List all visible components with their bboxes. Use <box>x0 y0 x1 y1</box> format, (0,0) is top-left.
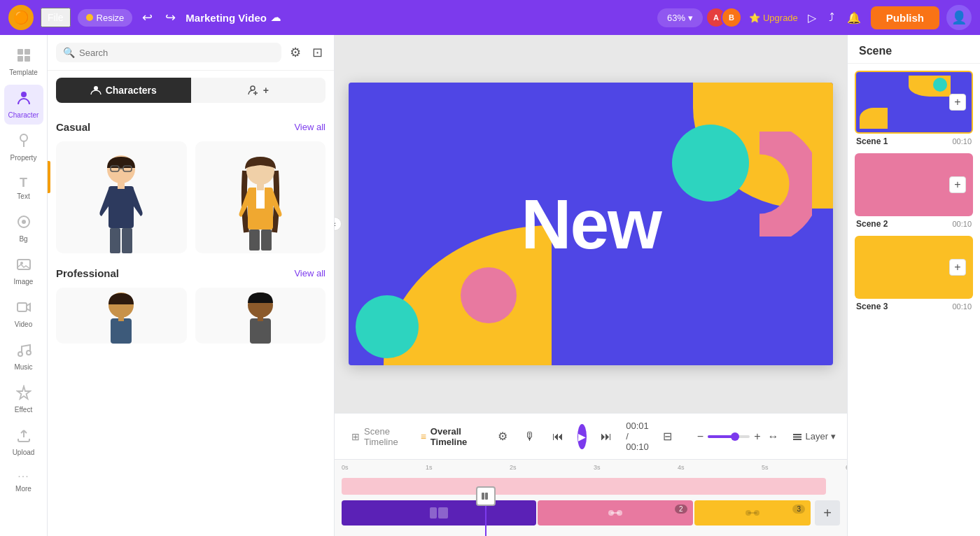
microphone-button[interactable]: 🎙 <box>522 428 538 446</box>
profile-avatar[interactable]: 👤 <box>946 5 972 30</box>
track-add-button[interactable]: + <box>815 500 840 526</box>
preview-play-button[interactable]: ▷ <box>805 8 819 27</box>
scene2-link-icon <box>608 507 623 519</box>
notification-bell[interactable]: 🔔 <box>844 8 864 27</box>
svg-rect-22 <box>108 186 134 228</box>
sidebar-item-more[interactable]: ··· More <box>4 465 43 498</box>
svg-rect-24 <box>110 228 120 253</box>
sidebar-item-template[interactable]: Template <box>4 42 43 82</box>
svg-rect-40 <box>793 439 802 440</box>
scene-thumb-2[interactable]: + <box>855 153 973 216</box>
teal-small-shape <box>356 295 419 358</box>
sidebar-item-label: Effect <box>15 406 32 414</box>
canvas-frame[interactable]: New <box>349 83 833 365</box>
svg-rect-30 <box>249 230 260 251</box>
scene-card-3: + Scene 3 00:10 <box>855 236 973 311</box>
svg-point-12 <box>18 352 22 356</box>
scene3-info: Scene 3 00:10 <box>855 302 973 311</box>
character-svg-4 <box>232 288 288 344</box>
characters-tab-button[interactable]: Characters <box>56 78 191 103</box>
character-card-1[interactable] <box>56 141 187 253</box>
casual-view-all-button[interactable]: View all <box>294 122 326 132</box>
character-svg-1 <box>79 148 163 253</box>
character-card-4[interactable] <box>195 288 326 344</box>
zoom-out-button[interactable]: − <box>697 430 704 443</box>
add-character-tab-button[interactable]: + <box>191 78 326 103</box>
casual-section-header: Casual View all <box>56 121 326 133</box>
canvas-main-text: New <box>521 184 661 265</box>
add-person-icon <box>248 85 259 96</box>
zoom-slider[interactable] <box>708 435 750 438</box>
settings-button[interactable]: ⚙ <box>495 427 510 446</box>
file-menu[interactable]: File <box>41 8 71 27</box>
undo-button[interactable]: ↩ <box>139 7 155 28</box>
scene2-add-button[interactable]: + <box>949 176 966 193</box>
sidebar-item-label: Bg <box>19 235 27 243</box>
search-input[interactable] <box>79 48 274 58</box>
play-button[interactable]: ▶ <box>578 424 587 449</box>
resize-button[interactable]: Resize <box>78 9 133 27</box>
skip-forward-button[interactable]: ⏭ <box>598 428 615 446</box>
fit-button[interactable]: ↔ <box>764 428 781 446</box>
sidebar-item-music[interactable]: Music <box>4 337 43 376</box>
pink-circle-shape <box>461 267 517 323</box>
sidebar-item-character[interactable]: Character <box>4 85 43 125</box>
playhead-handle[interactable] <box>476 486 496 506</box>
scene-timeline-tab[interactable]: ⊞ Scene Timeline <box>346 423 404 450</box>
scenes-panel: Scene + Scene 1 00:10 + <box>847 35 980 536</box>
main-layout: Template Character Property T Text Bg <box>0 35 980 536</box>
share-button[interactable]: ⤴ <box>826 8 837 27</box>
topbar: 🟠 File Resize ↩ ↪ Marketing Video ☁ 63% … <box>0 0 980 35</box>
sidebar-item-effect[interactable]: Effect <box>4 379 43 419</box>
scene3-link-icon <box>745 507 760 519</box>
overall-timeline-tab[interactable]: ≡ Overall Timeline <box>415 423 473 450</box>
character-card-2[interactable] <box>195 141 326 253</box>
timeline-tracks: 2 3 + <box>335 475 847 536</box>
ruler-mark-3: 3s <box>594 464 601 471</box>
resize-dot <box>86 14 93 21</box>
track-scene-2[interactable]: 2 <box>538 500 693 526</box>
sidebar-item-image[interactable]: Image <box>4 251 43 291</box>
track-scene-3[interactable]: 3 <box>694 500 811 526</box>
scenes-panel-header: Scene <box>848 35 980 64</box>
publish-button[interactable]: Publish <box>871 6 939 29</box>
sidebar-active-accent <box>48 161 50 193</box>
zoom-button[interactable]: 63% ▾ <box>657 8 703 27</box>
svg-rect-33 <box>111 318 132 344</box>
timeline-track-area: 0s 1s 2s 3s 4s 5s 6s 7s 8s 9s 10s <box>335 459 847 536</box>
scene2-time: 00:10 <box>952 220 972 228</box>
svg-rect-39 <box>793 436 802 437</box>
template-icon <box>16 48 31 66</box>
search-icon: 🔍 <box>63 47 75 58</box>
upgrade-button[interactable]: ⭐ Upgrade <box>749 13 798 23</box>
sidebar-item-label: Text <box>17 192 29 200</box>
expand-button[interactable]: ⊡ <box>309 42 326 63</box>
track-scene-1[interactable] <box>342 500 536 526</box>
timeline-playhead[interactable] <box>485 491 486 536</box>
sidebar-item-bg[interactable]: Bg <box>4 209 43 248</box>
svg-rect-42 <box>485 493 488 500</box>
scene3-add-button[interactable]: + <box>949 259 966 276</box>
svg-rect-28 <box>256 188 265 209</box>
layer-button[interactable]: Layer ▾ <box>792 431 836 442</box>
filter-button[interactable]: ⚙ <box>287 42 304 63</box>
scene1-add-button[interactable]: + <box>949 94 966 111</box>
character-svg-2 <box>218 148 302 253</box>
sidebar-item-video[interactable]: Video <box>4 294 43 334</box>
svg-rect-44 <box>438 507 448 519</box>
subtitles-button[interactable]: ⊟ <box>660 427 675 446</box>
skip-back-button[interactable]: ⏮ <box>550 428 566 446</box>
redo-button[interactable]: ↪ <box>162 7 178 28</box>
sidebar-item-property[interactable]: Property <box>4 127 43 167</box>
svg-rect-29 <box>257 183 264 190</box>
scene-thumb-3[interactable]: + <box>855 236 973 299</box>
sidebar-item-upload[interactable]: Upload <box>4 422 43 462</box>
scene-thumb-1[interactable]: + <box>855 71 973 134</box>
character-card-3[interactable] <box>56 288 187 344</box>
professional-view-all-button[interactable]: View all <box>294 268 326 278</box>
sidebar-item-label: Video <box>15 320 32 328</box>
sidebar-item-label: Upload <box>13 449 35 456</box>
sidebar-item-text[interactable]: T Text <box>4 170 43 206</box>
logo: 🟠 <box>8 5 34 30</box>
zoom-in-button[interactable]: + <box>754 430 760 443</box>
